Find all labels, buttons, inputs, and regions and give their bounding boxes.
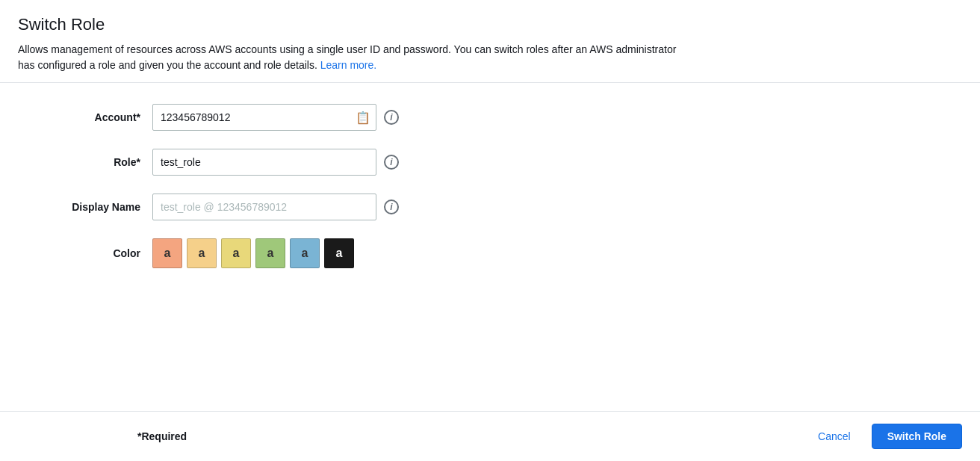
display-name-info-icon[interactable]: i: [384, 199, 399, 214]
color-swatch-2[interactable]: a: [221, 238, 251, 268]
switch-role-button[interactable]: Switch Role: [872, 424, 962, 449]
cancel-button[interactable]: Cancel: [809, 424, 860, 448]
account-control-wrap: 📋 i: [152, 104, 399, 131]
account-row: Account* 📋 i: [18, 104, 962, 131]
role-info-icon[interactable]: i: [384, 155, 399, 170]
dialog-body: Account* 📋 i Role* i Display Name i: [0, 83, 980, 411]
display-name-label: Display Name: [18, 201, 152, 213]
dialog-footer: *Required Cancel Switch Role: [0, 411, 980, 461]
account-info-icon[interactable]: i: [384, 110, 399, 125]
role-input[interactable]: [152, 149, 376, 176]
account-input[interactable]: [152, 104, 376, 131]
color-row: Color aaaaaa: [18, 238, 962, 268]
dialog-header: Switch Role Allows management of resourc…: [0, 0, 980, 83]
color-swatch-1[interactable]: a: [187, 238, 217, 268]
account-input-wrapper: 📋: [152, 104, 376, 131]
switch-role-dialog: Switch Role Allows management of resourc…: [0, 0, 980, 461]
color-swatch-row: aaaaaa: [152, 238, 354, 268]
display-name-row: Display Name i: [18, 194, 962, 220]
color-swatch-4[interactable]: a: [290, 238, 320, 268]
dialog-description: Allows management of resources across AW…: [18, 42, 690, 73]
role-row: Role* i: [18, 149, 962, 176]
role-control-wrap: i: [152, 149, 399, 176]
color-swatch-5[interactable]: a: [324, 238, 354, 268]
account-label: Account*: [18, 111, 152, 123]
role-label: Role*: [18, 156, 152, 168]
color-swatch-3[interactable]: a: [255, 238, 285, 268]
display-name-control-wrap: i: [152, 194, 399, 220]
color-swatch-0[interactable]: a: [152, 238, 182, 268]
learn-more-link[interactable]: Learn more.: [320, 59, 376, 71]
dialog-title: Switch Role: [18, 15, 962, 34]
color-label: Color: [18, 247, 152, 259]
required-label: *Required: [18, 430, 187, 442]
display-name-input[interactable]: [152, 194, 376, 220]
